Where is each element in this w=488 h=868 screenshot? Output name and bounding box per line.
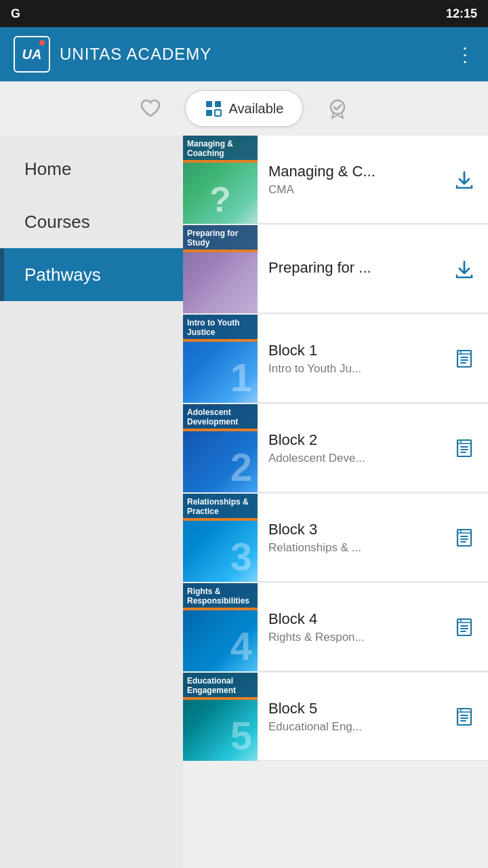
course-action-educational-engagement[interactable] [441,707,488,727]
course-title-text: Block 5 [268,700,430,717]
course-title-text: Block 2 [268,431,430,449]
course-title-text: Block 1 [268,342,430,359]
sidebar-pathways-label: Pathways [24,264,101,285]
thumb-title-text: Managing & Coaching [183,136,258,162]
status-bar: G 12:15 [0,0,488,27]
download-icon [454,170,474,190]
thumb-title-text: Relationships & Practice [183,494,258,520]
course-thumbnail-rights-responsibilities: Rights & Responsibilities4 [183,583,258,671]
course-thumbnail-relationships-practice: Relationships & Practice3 [183,494,258,582]
app-bar: UA UNITAS ACADEMY ⋮ [0,27,488,81]
book-icon [454,349,474,369]
svg-rect-0 [206,101,212,107]
svg-rect-1 [215,101,221,107]
status-bar-time: 12:15 [446,7,477,21]
course-list: Managing & Coaching?Managing & C...CMAPr… [183,136,488,868]
course-title-text: Block 4 [268,610,430,628]
course-action-relationships-practice[interactable] [441,528,488,548]
course-subtitle-text: Intro to Youth Ju... [268,362,430,376]
status-bar-left-icon: G [11,7,20,21]
course-info-relationships-practice: Block 3Relationships & ... [258,521,441,555]
course-thumbnail-educational-engagement: Educational Engagement5 [183,673,258,761]
svg-rect-2 [206,110,212,116]
sidebar-home-label: Home [24,159,71,180]
heart-icon [140,99,161,118]
sidebar-courses-label: Courses [24,212,90,233]
thumb-title-text: Educational Engagement [183,673,258,699]
svg-rect-3 [215,110,221,116]
course-card-relationships-practice[interactable]: Relationships & Practice3Block 3Relation… [183,494,488,582]
course-action-managing-coaching[interactable] [441,170,488,190]
course-card-rights-responsibilities[interactable]: Rights & Responsibilities4Block 4Rights … [183,583,488,671]
course-info-intro-youth-justice: Block 1Intro to Youth Ju... [258,342,441,376]
sidebar-item-home[interactable]: Home [0,142,183,195]
svg-point-4 [331,100,344,114]
badge-icon [327,98,348,119]
download-icon [454,259,474,279]
sidebar-item-pathways[interactable]: Pathways [0,248,183,301]
course-title-text: Preparing for ... [268,259,430,277]
course-thumbnail-preparing-for-study: Preparing for Study [183,225,258,313]
course-card-preparing-for-study[interactable]: Preparing for StudyPreparing for ... [183,225,488,313]
course-thumbnail-adolescent-development: Adolescent Development2 [183,404,258,492]
app-logo: UA [14,36,50,73]
course-thumbnail-intro-youth-justice: Intro to Youth Justice1 [183,315,258,403]
course-info-managing-coaching: Managing & C...CMA [258,163,441,197]
sidebar: Home Courses Pathways [0,136,183,868]
available-filter-label: Available [229,101,284,117]
course-action-preparing-for-study[interactable] [441,259,488,279]
course-subtitle-text: Adolescent Deve... [268,452,430,465]
course-info-preparing-for-study: Preparing for ... [258,259,441,279]
course-card-intro-youth-justice[interactable]: Intro to Youth Justice1Block 1Intro to Y… [183,315,488,403]
course-info-rights-responsibilities: Block 4Rights & Respon... [258,610,441,644]
favorites-filter-button[interactable] [132,90,169,127]
app-title: UNITAS ACADEMY [60,45,211,64]
course-action-rights-responsibilities[interactable] [441,617,488,637]
course-subtitle-text: Educational Eng... [268,720,430,734]
logo-text: UA [22,47,42,61]
book-icon [454,707,474,727]
more-options-button[interactable]: ⋮ [455,43,474,66]
thumb-title-text: Intro to Youth Justice [183,315,258,341]
course-info-adolescent-development: Block 2Adolescent Deve... [258,431,441,465]
course-action-adolescent-development[interactable] [441,438,488,458]
book-icon [454,438,474,458]
logo-dot [39,40,45,45]
thumb-title-text: Rights & Responsibilities [183,583,258,610]
app-bar-brand: UA UNITAS ACADEMY [14,36,211,73]
course-info-educational-engagement: Block 5Educational Eng... [258,700,441,734]
filter-row: Available [0,81,488,136]
course-card-adolescent-development[interactable]: Adolescent Development2Block 2Adolescent… [183,404,488,492]
course-card-educational-engagement[interactable]: Educational Engagement5Block 5Educationa… [183,673,488,761]
thumb-title-text: Preparing for Study [183,225,258,252]
course-card-managing-coaching[interactable]: Managing & Coaching?Managing & C...CMA [183,136,488,224]
available-filter-button[interactable]: Available [185,90,304,127]
sidebar-item-courses[interactable]: Courses [0,195,183,248]
course-subtitle-text: Rights & Respon... [268,631,430,644]
main-layout: Home Courses Pathways Managing & Coachin… [0,136,488,868]
course-action-intro-youth-justice[interactable] [441,349,488,369]
course-title-text: Managing & C... [268,163,430,180]
grid-icon [205,100,222,117]
course-subtitle-text: Relationships & ... [268,541,430,555]
course-thumbnail-managing-coaching: Managing & Coaching? [183,136,258,224]
course-title-text: Block 3 [268,521,430,538]
book-icon [454,617,474,637]
thumb-title-text: Adolescent Development [183,404,258,431]
book-icon [454,528,474,548]
certified-filter-button[interactable] [319,90,356,127]
course-subtitle-text: CMA [268,183,430,197]
